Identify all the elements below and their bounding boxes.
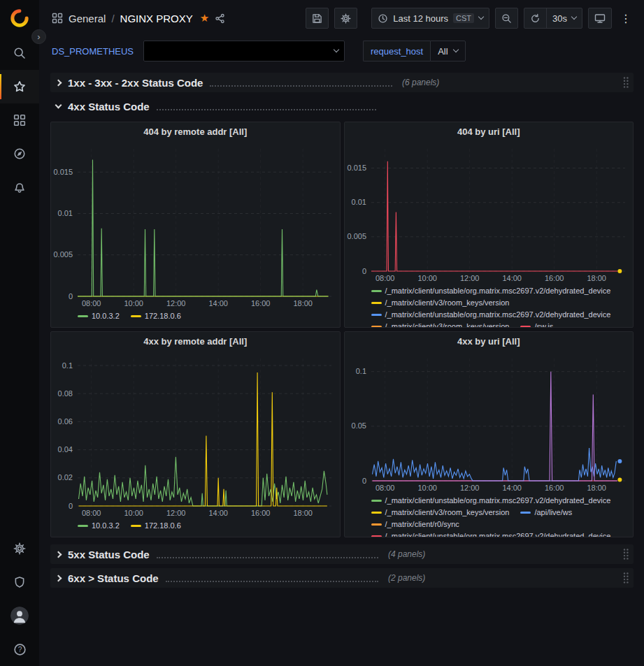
- request-host-variable: request_host All: [363, 41, 466, 61]
- row-title-wrap: 5xx Status Code: [68, 549, 378, 560]
- series-color-swatch: [371, 314, 382, 316]
- svg-text:10:00: 10:00: [124, 299, 143, 307]
- sidebar-item-dashboards[interactable]: [0, 103, 39, 137]
- kebab-menu-icon[interactable]: ⋮: [617, 12, 634, 25]
- legend-item[interactable]: /_matrix/client/v3/room_keys/version: [371, 507, 510, 519]
- time-range-picker[interactable]: Last 12 hours CST: [371, 8, 489, 29]
- legend-item[interactable]: /_matrix/client/unstable/org.matrix.msc2…: [371, 495, 611, 507]
- legend-label: /_matrix/client/unstable/org.matrix.msc2…: [385, 495, 611, 507]
- chevron-down-icon: [571, 14, 577, 20]
- legend-label: 172.18.0.6: [145, 520, 181, 532]
- chevron-down-icon: [452, 47, 458, 52]
- svg-text:0: 0: [69, 502, 73, 510]
- row-drag-handle-icon[interactable]: [621, 75, 631, 90]
- row-header-1xx-3xx-2xx[interactable]: 1xx - 3xx - 2xx Status Code (6 panels): [50, 73, 634, 92]
- svg-text:0.005: 0.005: [347, 232, 366, 240]
- legend-item[interactable]: /_matrix/client/unstable/org.matrix.msc2…: [371, 309, 611, 321]
- dashboard-topbar: General / NGINX PROXY ★: [39, 0, 644, 36]
- row-drag-handle-icon[interactable]: [621, 546, 631, 562]
- series-color-swatch: [371, 500, 382, 502]
- series-color-swatch: [520, 512, 531, 514]
- svg-text:16:00: 16:00: [544, 274, 564, 282]
- datasource-variable-label[interactable]: DS_PROMETHEUS: [52, 46, 134, 57]
- sidebar-item-explore[interactable]: [0, 137, 39, 171]
- shield-icon: [13, 576, 26, 588]
- row-title: 4xx Status Code: [68, 101, 150, 113]
- sidebar-item-alerting[interactable]: [0, 171, 39, 204]
- sidebar-expand-button[interactable]: ›: [31, 29, 46, 44]
- panel-title[interactable]: 404 by uri [All]: [345, 122, 634, 142]
- legend-label: /sw.js: [534, 321, 553, 327]
- request-host-select[interactable]: All: [430, 41, 465, 61]
- clock-icon: [378, 13, 388, 24]
- help-icon: ?: [13, 643, 27, 656]
- share-icon[interactable]: [215, 13, 225, 24]
- dashboards-grid-icon: [13, 114, 26, 126]
- sidebar-item-settings[interactable]: [0, 532, 39, 565]
- svg-text:14:00: 14:00: [208, 299, 228, 307]
- svg-text:14:00: 14:00: [502, 274, 522, 282]
- legend-item[interactable]: /_matrix/client/unstable/org.matrix.msc2…: [371, 530, 611, 537]
- row-header-4xx[interactable]: 4xx Status Code: [50, 96, 634, 116]
- row-header-6xx[interactable]: 6xx > Status Code (2 panels): [50, 568, 634, 588]
- svg-text:14:00: 14:00: [208, 509, 228, 517]
- legend-label: /_matrix/client/r0/sync: [385, 519, 459, 530]
- svg-text:0: 0: [362, 267, 366, 275]
- row-drag-handle-icon[interactable]: [621, 570, 631, 586]
- svg-text:12:00: 12:00: [459, 274, 479, 282]
- dashboard-title[interactable]: NGINX PROXY: [120, 13, 193, 24]
- row-header-5xx[interactable]: 5xx Status Code (4 panels): [50, 544, 634, 564]
- legend-item[interactable]: /_matrix/client/v3/room_keys/version: [371, 321, 510, 327]
- datasource-select[interactable]: [143, 41, 345, 61]
- chevron-right-icon: [55, 574, 62, 581]
- breadcrumb-section[interactable]: General: [69, 13, 106, 24]
- svg-text:10:00: 10:00: [417, 484, 437, 492]
- series-color-swatch: [131, 315, 141, 317]
- legend-item[interactable]: 10.0.3.2: [78, 310, 120, 322]
- svg-text:0.1: 0.1: [62, 361, 73, 370]
- refresh-interval-value: 30s: [552, 13, 567, 24]
- legend-item[interactable]: 10.0.3.2: [78, 520, 120, 532]
- legend-item[interactable]: /_matrix/client/r0/sync: [371, 519, 459, 530]
- row-title-wrap: 6xx > Status Code: [68, 572, 378, 584]
- refresh-icon: [530, 13, 541, 24]
- sidebar-item-starred[interactable]: [0, 70, 39, 103]
- sidebar-item-help[interactable]: ?: [0, 632, 39, 666]
- panel-title[interactable]: 404 by remote addr [All]: [51, 122, 340, 142]
- legend-item[interactable]: /_matrix/client/unstable/org.matrix.msc2…: [371, 285, 611, 297]
- breadcrumb-separator: /: [111, 13, 114, 24]
- timeseries-chart: 08:0010:0012:0014:0016:0018:0000.0050.01…: [51, 142, 340, 309]
- dashboard-settings-button[interactable]: [334, 8, 357, 29]
- svg-text:0.06: 0.06: [58, 417, 73, 426]
- favorite-star-icon[interactable]: ★: [200, 12, 209, 24]
- variables-submenu: DS_PROMETHEUS request_host All: [39, 36, 644, 67]
- legend-label: /_matrix/client/v3/room_keys/version: [385, 297, 510, 309]
- legend-item[interactable]: /api/live/ws: [520, 507, 572, 519]
- save-dashboard-button[interactable]: [306, 8, 329, 29]
- dashboard-body: 1xx - 3xx - 2xx Status Code (6 panels) 4…: [39, 67, 644, 588]
- refresh-interval-dropdown[interactable]: 30s: [546, 8, 582, 28]
- legend-item[interactable]: /sw.js: [520, 321, 553, 327]
- panel-title[interactable]: 4xx by remote addr [All]: [51, 332, 340, 352]
- time-range-label: Last 12 hours: [393, 13, 448, 24]
- svg-text:10:00: 10:00: [124, 509, 143, 517]
- zoom-out-button[interactable]: [495, 8, 518, 29]
- row-title-wrap: 4xx Status Code: [68, 101, 376, 113]
- legend-item[interactable]: 172.18.0.6: [131, 520, 181, 532]
- timeseries-chart: 08:0010:0012:0014:0016:0018:0000.0050.01…: [345, 142, 634, 284]
- svg-text:08:00: 08:00: [375, 484, 394, 492]
- legend-item[interactable]: /_matrix/client/v3/room_keys/version: [371, 297, 510, 309]
- dotted-leader: [157, 103, 376, 110]
- monitor-icon: [594, 13, 606, 24]
- panel-title[interactable]: 4xx by uri [All]: [345, 332, 634, 352]
- legend-label: 10.0.3.2: [92, 520, 120, 532]
- refresh-button[interactable]: [524, 8, 546, 28]
- svg-text:12:00: 12:00: [166, 299, 186, 307]
- sidebar-item-server-admin[interactable]: [0, 565, 39, 599]
- series-color-swatch: [371, 523, 382, 526]
- grafana-app: ? › General / NGINX PROXY ★: [0, 0, 644, 666]
- sidebar-item-profile[interactable]: [0, 599, 39, 632]
- tv-mode-button[interactable]: [588, 8, 612, 29]
- legend-item[interactable]: 172.18.0.6: [131, 310, 181, 322]
- legend-label: 172.18.0.6: [145, 310, 181, 322]
